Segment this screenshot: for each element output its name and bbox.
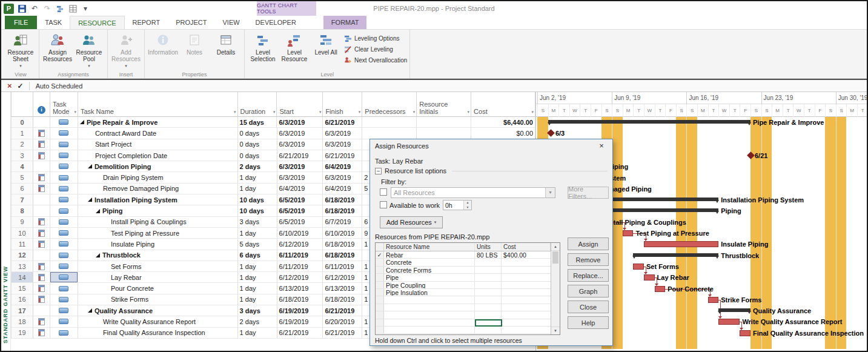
start-cell[interactable]: 6/19/2019 [277, 316, 323, 327]
resource-row[interactable]: Concrete Forms [376, 267, 551, 274]
tab-file[interactable]: FILE [5, 16, 37, 29]
task-name-cell[interactable]: Set Forms [78, 261, 238, 272]
task-name-cell[interactable]: Lay Rebar [78, 272, 238, 283]
grid-header-resource-name[interactable]: Resource Name [384, 243, 475, 251]
resource-units-cell[interactable] [475, 259, 502, 265]
info-column-header[interactable]: i [33, 92, 50, 116]
resource-list-options-expander[interactable]: Resource list options [375, 167, 608, 174]
info-cell[interactable] [33, 283, 50, 294]
resource-row[interactable]: Pipe [376, 274, 551, 281]
corner-header[interactable] [12, 92, 33, 116]
finish-cell[interactable]: 6/18/2019 [323, 239, 362, 250]
duration-cell[interactable]: 2 days [238, 161, 277, 172]
task-name-cell[interactable]: Insulate Piping [78, 239, 238, 250]
duration-cell[interactable]: 0 days [238, 150, 277, 161]
milestone-icon[interactable] [548, 129, 555, 137]
summary-bar[interactable] [548, 120, 750, 124]
collapse-triangle-icon[interactable] [88, 164, 92, 168]
task-bar[interactable] [623, 230, 634, 236]
resource-row[interactable] [376, 304, 551, 311]
resource-name-cell[interactable] [384, 319, 475, 326]
resource-row[interactable]: Concrete [376, 259, 551, 266]
finish-cell[interactable]: 6/4/2019 [323, 184, 362, 194]
task-mode-cell[interactable] [50, 150, 78, 161]
resource-cost-cell[interactable] [502, 304, 551, 311]
task-mode-cell[interactable] [50, 250, 78, 261]
start-cell[interactable]: 6/5/2019 [277, 194, 323, 205]
start-cell[interactable]: 6/13/2019 [277, 283, 323, 294]
finish-header[interactable]: Finish [323, 92, 362, 116]
grid-header-units[interactable]: Units [475, 243, 502, 251]
resource-units-cell[interactable] [475, 304, 502, 311]
resource-cost-cell[interactable] [502, 319, 551, 326]
tab-resource[interactable]: RESOURCE [70, 16, 124, 29]
scroll-down-icon[interactable]: ▼ [551, 327, 560, 334]
duration-cell[interactable]: 1 day [238, 184, 277, 194]
cost-header[interactable]: Cost [471, 92, 535, 116]
resource-check-cell[interactable] [376, 296, 384, 303]
level-resource-button[interactable]: Level Resource [279, 31, 310, 62]
cost-cell[interactable]: $0.00 [471, 128, 535, 139]
duration-cell[interactable]: 3 days [238, 217, 277, 228]
row-number[interactable]: 4 [12, 161, 33, 172]
task-bar[interactable] [633, 264, 644, 270]
assign-button[interactable]: Assign [568, 237, 609, 250]
start-cell[interactable]: 6/3/2019 [277, 172, 323, 183]
task-mode-cell[interactable] [50, 305, 78, 316]
task-mode-cell[interactable] [50, 239, 78, 250]
info-cell[interactable] [33, 117, 50, 128]
task-name-cell[interactable]: Project Completion Date [78, 150, 238, 161]
next-overallocation-button[interactable]: Next Overallocation [343, 56, 407, 64]
task-name-cell[interactable]: Strike Forms [78, 294, 238, 305]
row-number[interactable]: 5 [12, 172, 33, 183]
level-selection-button[interactable]: Level Selection [247, 31, 279, 62]
task-name-cell[interactable]: Drain Piping System [78, 172, 238, 183]
resource-cost-cell[interactable] [502, 274, 551, 281]
finish-cell[interactable]: 6/3/2019 [323, 172, 362, 183]
start-cell[interactable]: 6/5/2019 [277, 217, 323, 228]
tab-developer[interactable]: DEVELOPER [248, 16, 304, 29]
task-name-cell[interactable]: Demolition Piping [78, 161, 238, 172]
task-mode-cell[interactable] [50, 117, 78, 128]
collapse-triangle-icon[interactable] [96, 209, 100, 213]
filter-dropdown[interactable]: All Resources ▾ [391, 187, 555, 198]
resource-check-cell[interactable] [376, 267, 384, 273]
resource-cost-cell[interactable] [502, 282, 551, 288]
start-cell[interactable]: 6/4/2019 [277, 184, 323, 194]
leveling-options-button[interactable]: Leveling Options [343, 34, 407, 42]
resource-cost-cell[interactable] [502, 311, 551, 318]
row-number[interactable]: 14 [12, 272, 33, 283]
task-mode-cell[interactable] [50, 328, 78, 339]
task-name-cell[interactable]: Contract Award Date [78, 128, 238, 139]
predecessors-cell[interactable] [362, 117, 417, 128]
start-cell[interactable]: 6/21/2019 [277, 150, 323, 161]
resource-units-cell[interactable] [475, 296, 502, 303]
task-bar[interactable] [644, 274, 655, 281]
task-name-cell[interactable]: Start Project [78, 139, 238, 150]
row-number[interactable]: 18 [12, 316, 33, 327]
finish-cell[interactable]: 6/3/2019 [323, 128, 362, 139]
finish-cell[interactable]: 6/12/2019 [323, 272, 362, 283]
chevron-down-icon[interactable]: ▾ [545, 188, 555, 198]
duration-cell[interactable]: 10 days [238, 205, 277, 216]
start-cell[interactable]: 6/10/2019 [277, 228, 323, 239]
row-number[interactable]: 0 [12, 117, 33, 128]
duration-cell[interactable]: 1 day [238, 261, 277, 272]
resource-row[interactable]: ✓Rebar80 LBS$400.00 [376, 251, 551, 259]
finish-cell[interactable]: 6/10/2019 [323, 228, 362, 239]
graph-button[interactable]: Graph [568, 285, 609, 297]
cost-cell[interactable]: $6,440.00 [471, 117, 535, 128]
resource-check-cell[interactable] [376, 311, 384, 318]
start-cell[interactable]: 6/18/2019 [277, 294, 323, 305]
info-cell[interactable] [33, 161, 50, 172]
duration-cell[interactable]: 10 days [238, 194, 277, 205]
task-mode-header[interactable]: Task Mode [50, 92, 78, 116]
info-cell[interactable] [33, 250, 50, 261]
finish-cell[interactable]: 6/18/2019 [323, 194, 362, 205]
task-mode-cell[interactable] [50, 283, 78, 294]
resource-check-cell[interactable] [376, 304, 384, 311]
notes-button[interactable]: Notes [179, 31, 210, 56]
expander-icon[interactable] [375, 168, 382, 174]
resource-name-cell[interactable] [384, 296, 475, 303]
duration-cell[interactable]: 1 day [238, 172, 277, 183]
